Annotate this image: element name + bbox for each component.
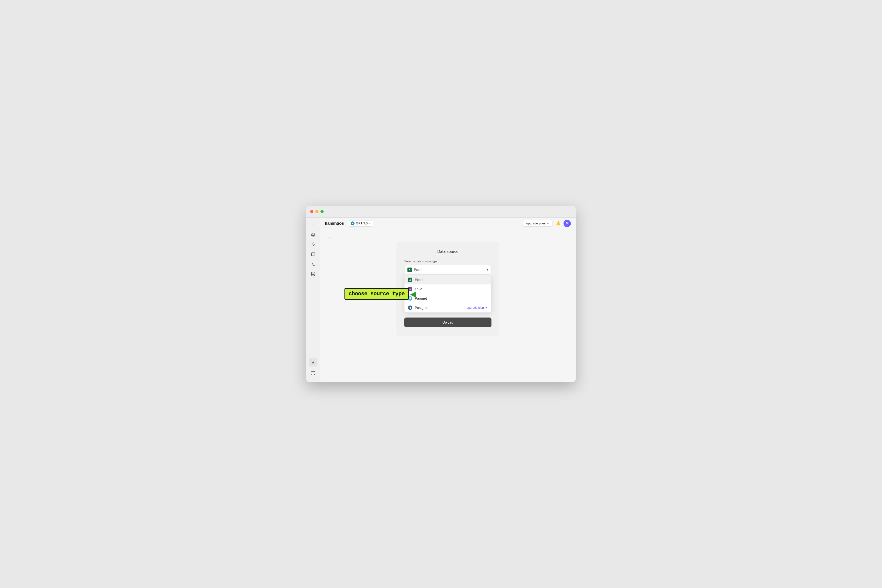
gpt-label: GPT 3.5 — [356, 222, 368, 225]
annotation-label: choose source type — [345, 288, 409, 300]
sidebar-item-chat[interactable] — [309, 250, 318, 259]
back-button[interactable]: ← — [326, 234, 334, 242]
select-value: X Excel — [407, 267, 422, 272]
dropdown-item-csv[interactable]: C CSV — [405, 285, 491, 294]
postgres-upgrade-button[interactable]: upgrade plan — [467, 306, 488, 309]
svg-point-3 — [311, 272, 315, 273]
close-button[interactable] — [310, 210, 314, 213]
chat-icon — [311, 252, 315, 256]
sidebar-item-discord[interactable] — [309, 369, 318, 377]
traffic-lights — [310, 210, 324, 213]
sidebar-item-layers[interactable] — [309, 230, 318, 239]
dropdown-item-excel[interactable]: X Excel — [405, 275, 491, 285]
postgres-upgrade-label: upgrade plan — [467, 306, 484, 309]
upgrade-sparkle-icon — [485, 306, 488, 309]
app-window: + — [306, 206, 576, 382]
select-chevron-icon: ▾ — [487, 268, 488, 272]
user-avatar[interactable]: M — [564, 220, 571, 227]
main-wrapper: flamingos GPT 3.5 ▾ upgrade plan — [320, 218, 576, 382]
maximize-button[interactable] — [321, 210, 324, 213]
dropdown-item-parquet[interactable]: Parquet — [405, 294, 491, 303]
excel-label: Excel — [415, 278, 423, 282]
postgres-icon — [408, 306, 412, 310]
terminal-icon — [311, 262, 315, 266]
upgrade-plan-button[interactable]: upgrade plan — [523, 220, 553, 226]
gpt-model-selector[interactable]: GPT 3.5 ▾ — [348, 220, 373, 226]
excel-icon: X — [408, 278, 412, 282]
chevron-down-icon: ▾ — [369, 222, 370, 225]
upgrade-plan-label: upgrade plan — [526, 222, 545, 225]
app-body: + — [306, 218, 576, 382]
sidebar-item-lightning[interactable] — [309, 240, 318, 249]
discord-icon — [311, 370, 315, 375]
sidebar-item-sparkle[interactable] — [309, 358, 318, 366]
layers-icon — [311, 232, 315, 237]
upload-button[interactable]: Upload — [404, 318, 492, 327]
sidebar-item-terminal[interactable] — [309, 260, 318, 268]
sparkle-icon — [311, 360, 315, 364]
selected-option-label: Excel — [414, 268, 422, 272]
sidebar: + — [306, 218, 320, 382]
sparkle-small-icon — [546, 222, 549, 225]
sidebar-top: + — [309, 220, 318, 356]
svg-point-4 — [352, 222, 353, 224]
app-name: flamingos — [325, 221, 344, 226]
sidebar-item-add[interactable]: + — [309, 220, 318, 230]
dropdown-item-postgres[interactable]: Postgres upgrade plan — [405, 303, 491, 312]
annotation-container: choose source type ▶ — [345, 288, 416, 300]
database-icon — [311, 272, 315, 276]
content-area: ← choose source type ▶ Data source Selec… — [320, 230, 576, 382]
svg-marker-1 — [312, 243, 315, 246]
sidebar-item-database[interactable] — [309, 270, 318, 278]
parquet-label: Parquet — [415, 297, 427, 300]
header: flamingos GPT 3.5 ▾ upgrade plan — [320, 218, 576, 230]
titlebar — [306, 206, 576, 218]
select-label: Select a data source type — [404, 260, 492, 263]
header-right: upgrade plan 🔔 M — [523, 220, 571, 227]
plus-icon: + — [312, 222, 314, 228]
excel-icon-selected: X — [407, 267, 412, 272]
card-title: Data source — [404, 249, 492, 254]
source-type-select[interactable]: X Excel ▾ — [404, 265, 492, 274]
lightning-icon — [311, 242, 315, 247]
postgres-upgrade-area: upgrade plan — [467, 306, 488, 309]
postgres-label: Postgres — [415, 306, 428, 310]
center-panel: Data source Select a data source type X … — [320, 230, 576, 382]
notification-bell-icon[interactable]: 🔔 — [556, 221, 561, 226]
gpt-icon — [351, 222, 354, 225]
annotation-arrow-icon: ▶ — [410, 290, 416, 298]
minimize-button[interactable] — [315, 210, 318, 213]
dropdown-menu: X Excel C CSV — [404, 275, 492, 313]
sidebar-bottom — [309, 358, 318, 379]
